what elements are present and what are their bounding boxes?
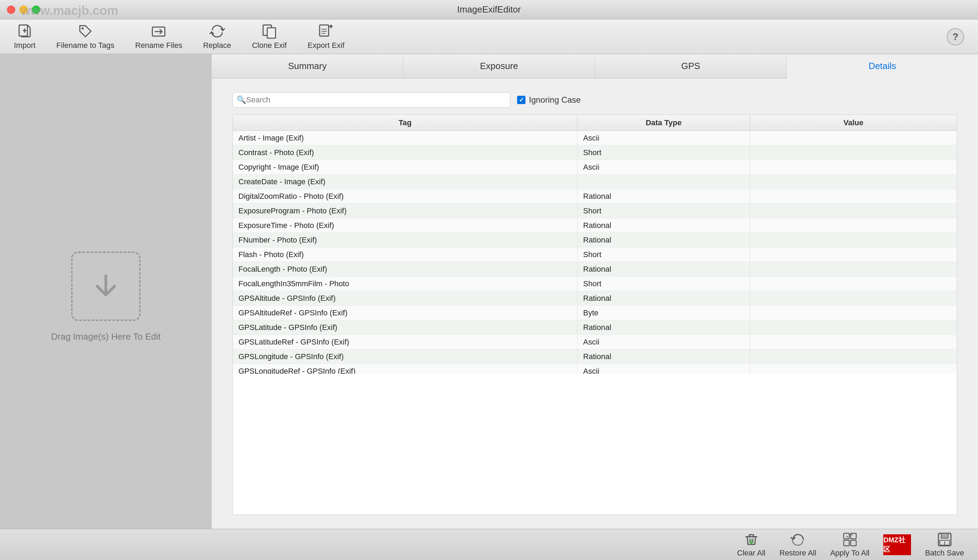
search-icon: 🔍 (237, 95, 246, 105)
drop-zone[interactable]: Drag Image(s) Here To Edit (51, 54, 161, 539)
cell-value (750, 306, 957, 320)
clone-icon (262, 23, 277, 39)
batch-save-icon (937, 532, 952, 547)
table-row[interactable]: FNumber - Photo (Exif) Rational (233, 233, 957, 247)
cell-value (750, 160, 957, 174)
svg-rect-12 (941, 533, 948, 538)
watermark: www.macjb.com (21, 3, 118, 18)
toolbar-item-filename-to-tags[interactable]: Filename to Tags (56, 23, 114, 50)
clone-exif-label: Clone Exif (252, 41, 287, 50)
cell-data-type: Ascii (578, 160, 750, 174)
table-row[interactable]: GPSLongitudeRef - GPSInfo (Exif) Ascii (233, 364, 957, 374)
footer-apply-to-all[interactable]: Apply To All (830, 532, 870, 558)
footer-restore-all[interactable]: Restore All (780, 532, 816, 558)
svg-rect-10 (851, 540, 856, 546)
toolbar-item-clone-exif[interactable]: Clone Exif (252, 23, 287, 50)
right-panel: Summary Exposure GPS Details 🔍 ✓ Ignorin… (212, 54, 978, 560)
footer: Clear All Restore All Apply To All DMZ社区 (0, 529, 978, 560)
table-row[interactable]: CreateDate - Image (Exif) (233, 175, 957, 189)
content-area: 🔍 ✓ Ignoring Case Tag Data Type Val (212, 78, 978, 529)
cell-value (750, 262, 957, 276)
data-table: Tag Data Type Value Artist - Image (Exif… (233, 115, 957, 515)
tab-summary[interactable]: Summary (212, 54, 403, 78)
cell-value (750, 233, 957, 247)
toolbar-item-replace[interactable]: Replace (203, 23, 231, 50)
table-row[interactable]: DigitalZoomRatio - Photo (Exif) Rational (233, 189, 957, 204)
cell-tag: GPSLatitude - GPSInfo (Exif) (233, 320, 578, 335)
clear-all-label: Clear All (737, 548, 766, 558)
footer-clear-all[interactable]: Clear All (737, 532, 766, 558)
cell-data-type: Short (578, 277, 750, 291)
cell-value (750, 247, 957, 262)
app-title: ImageExifEditor (457, 4, 521, 15)
search-input[interactable] (233, 92, 510, 108)
cell-data-type (578, 175, 750, 189)
rename-icon (151, 23, 166, 39)
cell-tag: GPSLongitude - GPSInfo (Exif) (233, 349, 578, 363)
toolbar-item-rename-files[interactable]: Rename Files (135, 23, 183, 50)
cell-tag: Artist - Image (Exif) (233, 131, 578, 145)
cell-data-type: Rational (578, 291, 750, 305)
import-label: Import (14, 41, 35, 50)
cell-value (750, 291, 957, 305)
table-body: Artist - Image (Exif) Ascii Contrast - P… (233, 131, 957, 374)
toolbar-item-export-exif[interactable]: Export Exif (308, 23, 344, 50)
table-row[interactable]: ExposureTime - Photo (Exif) Rational (233, 218, 957, 233)
tab-gps[interactable]: GPS (595, 54, 787, 78)
cell-value (750, 175, 957, 189)
table-row[interactable]: Artist - Image (Exif) Ascii (233, 131, 957, 145)
search-input-wrap: 🔍 (233, 92, 510, 108)
svg-rect-6 (320, 25, 329, 36)
table-row[interactable]: Flash - Photo (Exif) Short (233, 247, 957, 262)
cell-value (750, 189, 957, 203)
cell-tag: GPSAltitude - GPSInfo (Exif) (233, 291, 578, 305)
col-data-type: Data Type (578, 115, 750, 130)
drop-text: Drag Image(s) Here To Edit (51, 332, 161, 342)
cell-tag: DigitalZoomRatio - Photo (Exif) (233, 189, 578, 203)
table-row[interactable]: GPSAltitudeRef - GPSInfo (Exif) Byte (233, 306, 957, 320)
table-row[interactable]: FocalLengthIn35mmFilm - Photo Short (233, 277, 957, 291)
table-row[interactable]: Contrast - Photo (Exif) Short (233, 145, 957, 160)
svg-rect-9 (844, 540, 849, 546)
cell-data-type: Short (578, 247, 750, 262)
tab-exposure[interactable]: Exposure (403, 54, 595, 78)
svg-rect-4 (267, 28, 276, 38)
search-bar: 🔍 ✓ Ignoring Case (233, 92, 957, 108)
table-row[interactable]: FocalLength - Photo (Exif) Rational (233, 262, 957, 277)
apply-to-all-label: Apply To All (830, 548, 870, 558)
cell-tag: GPSAltitudeRef - GPSInfo (Exif) (233, 306, 578, 320)
table-row[interactable]: Copyright - Image (Exif) Ascii (233, 160, 957, 175)
left-panel: Drag Image(s) Here To Edit Presets (0, 54, 212, 560)
table-row[interactable]: GPSLatitudeRef - GPSInfo (Exif) Ascii (233, 335, 957, 349)
table-row[interactable]: GPSAltitude - GPSInfo (Exif) Rational (233, 291, 957, 306)
cell-value (750, 131, 957, 145)
rename-files-label: Rename Files (135, 41, 183, 50)
ignore-case-check[interactable]: ✓ (517, 96, 525, 104)
replace-icon (210, 23, 225, 39)
titlebar: ImageExifEditor (0, 0, 978, 20)
replace-label: Replace (203, 41, 231, 50)
restore-all-icon (790, 532, 806, 547)
ignore-case-checkbox[interactable]: ✓ Ignoring Case (517, 95, 581, 105)
export-icon (318, 23, 333, 39)
cell-data-type: Rational (578, 233, 750, 247)
close-button[interactable] (7, 5, 15, 14)
cell-tag: ExposureProgram - Photo (Exif) (233, 204, 578, 218)
cell-tag: Copyright - Image (Exif) (233, 160, 578, 174)
svg-point-1 (82, 27, 83, 30)
table-row[interactable]: GPSLongitude - GPSInfo (Exif) Rational (233, 349, 957, 364)
tab-details[interactable]: Details (787, 54, 978, 78)
cell-tag: FocalLength - Photo (Exif) (233, 262, 578, 276)
table-row[interactable]: GPSLatitude - GPSInfo (Exif) Rational (233, 320, 957, 335)
cell-tag: GPSLatitudeRef - GPSInfo (Exif) (233, 335, 578, 349)
tag-icon (78, 23, 93, 39)
help-button[interactable]: ? (947, 28, 964, 45)
toolbar-item-import[interactable]: Import (14, 23, 35, 50)
cell-value (750, 218, 957, 232)
table-header: Tag Data Type Value (233, 115, 957, 131)
table-row[interactable]: ExposureProgram - Photo (Exif) Short (233, 204, 957, 218)
cell-data-type: Byte (578, 306, 750, 320)
footer-batch-save[interactable]: Batch Save (925, 532, 964, 558)
dmz-logo: DMZ社区 (883, 534, 911, 555)
drop-icon (71, 252, 140, 321)
